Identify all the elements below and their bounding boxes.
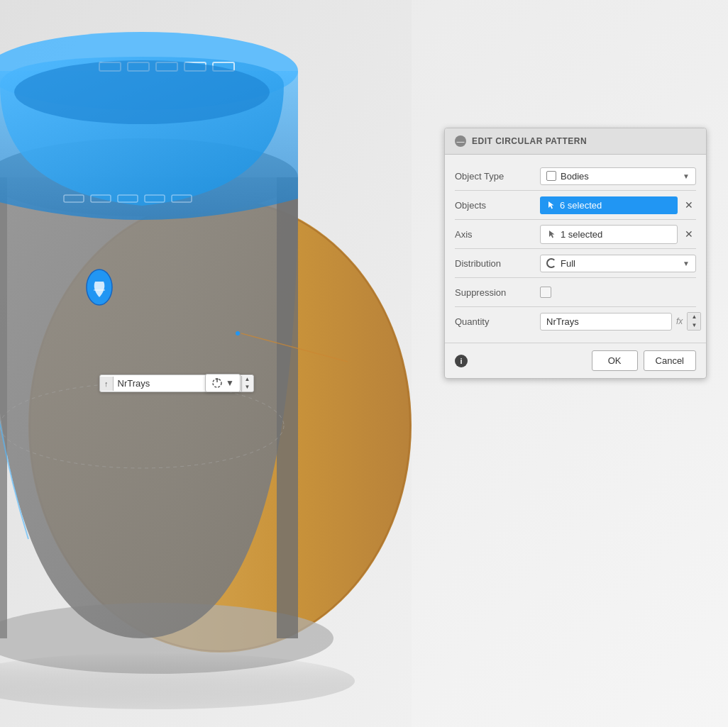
objects-label: Objects — [455, 200, 540, 211]
inline-qty-down[interactable]: ▼ — [242, 384, 253, 392]
panel-header-icon: — — [455, 135, 466, 147]
circular-pattern-icon — [211, 377, 223, 389]
distribution-arrow: ▼ — [683, 260, 690, 267]
objects-close-button[interactable]: ✕ — [682, 198, 696, 212]
inline-qty-spinner: ▲ ▼ — [241, 376, 253, 392]
cursor-icon — [547, 200, 556, 210]
axis-control: 1 selected ✕ — [540, 225, 696, 244]
quantity-down-button[interactable]: ▼ — [688, 321, 700, 330]
suppression-control — [540, 287, 696, 298]
objects-row: Objects 6 selected ✕ — [445, 191, 706, 219]
inline-pattern-button[interactable]: ▼ — [205, 374, 241, 392]
svg-point-23 — [236, 331, 240, 335]
object-type-arrow: ▼ — [683, 172, 690, 180]
objects-control: 6 selected ✕ — [540, 196, 696, 214]
3d-scene — [0, 0, 412, 727]
inline-pattern-arrow: ▼ — [226, 378, 234, 388]
info-icon[interactable]: i — [455, 355, 468, 367]
svg-rect-5 — [0, 177, 7, 638]
axis-close-button[interactable]: ✕ — [682, 227, 696, 241]
inline-qty-up[interactable]: ▲ — [242, 376, 253, 384]
axis-cursor-icon — [548, 229, 556, 239]
object-type-row: Object Type Bodies ▼ — [445, 162, 706, 190]
distribution-control: Full ▼ — [540, 255, 696, 272]
objects-selected-button[interactable]: 6 selected — [540, 196, 678, 214]
quantity-spinner: ▲ ▼ — [687, 312, 701, 331]
panel-title: EDIT CIRCULAR PATTERN — [472, 136, 587, 146]
panel-body: Object Type Bodies ▼ Objects 6 selected — [445, 155, 706, 343]
fx-label: fx — [676, 316, 683, 326]
edit-circular-pattern-panel: — EDIT CIRCULAR PATTERN Object Type Bodi… — [444, 128, 707, 379]
suppression-label: Suppression — [455, 287, 540, 298]
axis-row: Axis 1 selected ✕ — [445, 220, 706, 248]
quantity-control: fx ▲ ▼ — [540, 312, 701, 331]
axis-label: Axis — [455, 229, 540, 240]
quantity-input[interactable] — [540, 313, 672, 331]
panel-header: — EDIT CIRCULAR PATTERN — [445, 128, 706, 155]
distribution-dropdown[interactable]: Full ▼ — [540, 255, 696, 272]
inline-qty-icon: ↑ — [100, 377, 114, 391]
object-type-value: Bodies — [561, 171, 678, 182]
svg-point-13 — [14, 60, 270, 124]
quantity-row: Quantity fx ▲ ▼ — [445, 307, 706, 335]
objects-selected-text: 6 selected — [560, 200, 602, 211]
suppression-row: Suppression — [445, 278, 706, 306]
distribution-row: Distribution Full ▼ — [445, 249, 706, 277]
axis-selected-button[interactable]: 1 selected — [540, 225, 678, 244]
panel-footer: i OK Cancel — [445, 343, 706, 378]
distribution-icon — [546, 258, 556, 268]
svg-rect-6 — [277, 177, 298, 638]
object-type-dropdown-icon — [546, 171, 556, 181]
object-type-dropdown[interactable]: Bodies ▼ — [540, 167, 696, 185]
axis-selected-text: 1 selected — [561, 229, 602, 240]
cancel-button[interactable]: Cancel — [644, 350, 696, 371]
quantity-label: Quantity — [455, 316, 540, 327]
svg-point-25 — [216, 378, 219, 380]
ok-button[interactable]: OK — [592, 350, 638, 371]
distribution-value: Full — [561, 258, 678, 269]
object-type-label: Object Type — [455, 171, 540, 182]
object-type-control: Bodies ▼ — [540, 167, 696, 185]
suppression-checkbox[interactable] — [540, 287, 551, 298]
distribution-label: Distribution — [455, 258, 540, 269]
quantity-up-button[interactable]: ▲ — [688, 313, 700, 321]
